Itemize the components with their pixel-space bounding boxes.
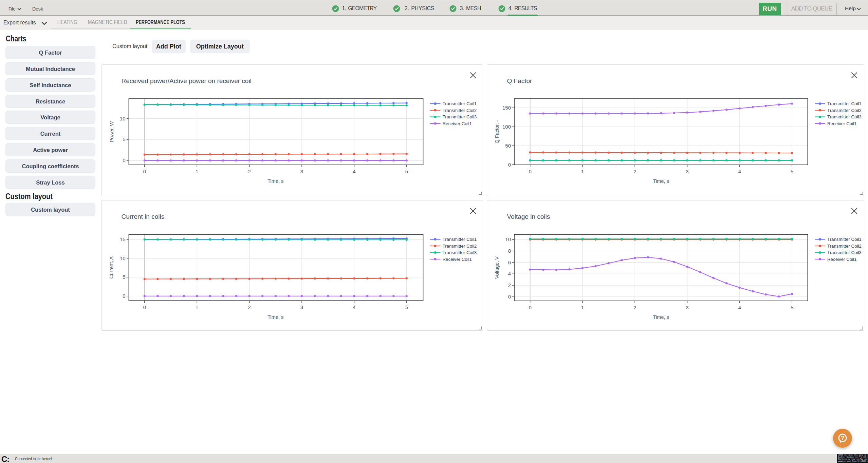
svg-text:Transmitter Coil2: Transmitter Coil2 — [827, 108, 862, 113]
svg-text:1: 1 — [581, 305, 584, 310]
svg-text:Transmitter Coil3: Transmitter Coil3 — [827, 250, 862, 255]
svg-text:0: 0 — [143, 304, 146, 310]
svg-text:Current in coils: Current in coils — [121, 213, 164, 220]
svg-text:5: 5 — [405, 304, 408, 310]
svg-text:?: ? — [841, 435, 844, 441]
svg-text:Voltage in coils: Voltage in coils — [507, 213, 550, 220]
svg-text:10: 10 — [505, 236, 511, 242]
svg-text:5: 5 — [791, 305, 793, 310]
svg-text:1: 1 — [196, 169, 198, 174]
svg-text:Transmitter Coil1: Transmitter Coil1 — [827, 237, 862, 242]
svg-text:Voltage, V: Voltage, V — [494, 256, 500, 279]
svg-text:15: 15 — [119, 236, 125, 242]
svg-text:0: 0 — [529, 169, 531, 174]
svg-text:0: 0 — [508, 294, 511, 300]
svg-text:Time, s: Time, s — [267, 314, 283, 320]
svg-text:5: 5 — [791, 169, 793, 174]
svg-text:5: 5 — [123, 136, 125, 142]
svg-text:Transmitter Coil3: Transmitter Coil3 — [442, 114, 477, 119]
svg-text:8: 8 — [508, 248, 511, 254]
svg-text:0: 0 — [123, 293, 125, 299]
svg-text:1: 1 — [196, 304, 198, 310]
svg-text:Q Factor: Q Factor — [507, 77, 533, 84]
svg-text:Transmitter Coil2: Transmitter Coil2 — [442, 108, 477, 113]
svg-text:2: 2 — [508, 282, 511, 288]
svg-text:Receiver Coil1: Receiver Coil1 — [442, 121, 472, 126]
svg-text:Power, W: Power, W — [109, 121, 114, 142]
svg-text:100: 100 — [502, 124, 511, 130]
svg-text:0: 0 — [508, 162, 511, 168]
svg-text:10: 10 — [119, 255, 125, 261]
svg-text:5: 5 — [405, 169, 408, 174]
svg-text:4: 4 — [508, 271, 511, 276]
svg-text:3: 3 — [686, 305, 688, 310]
svg-text:4: 4 — [353, 304, 355, 310]
svg-text:3: 3 — [300, 169, 303, 174]
svg-text:Transmitter Coil1: Transmitter Coil1 — [827, 101, 862, 106]
svg-text:Transmitter Coil2: Transmitter Coil2 — [442, 244, 477, 249]
svg-text:2: 2 — [633, 169, 636, 174]
svg-text:2: 2 — [248, 169, 251, 174]
svg-text:50: 50 — [505, 143, 511, 149]
svg-text:Transmitter Coil3: Transmitter Coil3 — [442, 250, 477, 255]
svg-text:Q Factor, -: Q Factor, - — [494, 120, 500, 143]
svg-text:Time, s: Time, s — [653, 314, 669, 320]
svg-text:Transmitter Coil1: Transmitter Coil1 — [442, 101, 477, 106]
svg-text:5: 5 — [123, 274, 125, 280]
svg-text:2: 2 — [248, 304, 251, 310]
svg-text:150: 150 — [502, 105, 511, 111]
svg-text:Time, s: Time, s — [653, 178, 669, 184]
svg-text:Receiver Coil1: Receiver Coil1 — [827, 121, 856, 126]
svg-text:4: 4 — [353, 169, 355, 174]
svg-text:1: 1 — [581, 169, 584, 174]
svg-text:3: 3 — [300, 304, 303, 310]
svg-text:Received power/Active power on: Received power/Active power on receiver … — [121, 77, 251, 84]
svg-text:2: 2 — [633, 305, 636, 310]
svg-text:4: 4 — [738, 305, 741, 310]
svg-text:Current, A: Current, A — [109, 256, 114, 279]
svg-text:0: 0 — [529, 305, 531, 310]
svg-text:Transmitter Coil3: Transmitter Coil3 — [827, 114, 862, 119]
svg-text:0: 0 — [123, 157, 125, 163]
svg-text:10: 10 — [119, 116, 125, 121]
svg-text:0: 0 — [143, 169, 146, 174]
svg-text:Receiver Coil1: Receiver Coil1 — [442, 257, 472, 262]
svg-text:3: 3 — [686, 169, 688, 174]
svg-text:6: 6 — [508, 259, 511, 265]
svg-text:4: 4 — [738, 169, 741, 174]
svg-text:Time, s: Time, s — [267, 178, 283, 184]
svg-text:Receiver Coil1: Receiver Coil1 — [827, 257, 856, 262]
svg-text:Transmitter Coil2: Transmitter Coil2 — [827, 244, 862, 249]
svg-text:Transmitter Coil1: Transmitter Coil1 — [442, 237, 477, 242]
